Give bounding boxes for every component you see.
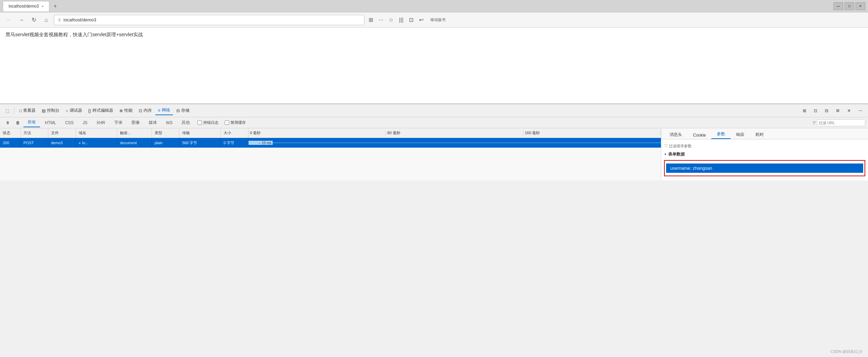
split-icon[interactable]: ⊡ [408, 15, 415, 24]
disable-cache-checkbox[interactable] [225, 120, 229, 125]
filter-triangle-icon: ▽ [664, 144, 668, 148]
col-header-method: 方法 [21, 128, 48, 138]
network-request-row[interactable]: 200 POST demo3 ● lo... document [0, 138, 661, 148]
console-icon: ▤ [42, 108, 46, 113]
style-icon: {} [88, 108, 91, 113]
filter-xhr-btn[interactable]: XHR [92, 119, 109, 127]
url-bar[interactable]: ① localhost/demo3 [54, 15, 364, 25]
responsive-btn[interactable]: ⊞ [800, 107, 809, 115]
triangle-icon: ▼ [664, 153, 667, 156]
browser-window: localhost/demo3 × + — □ × ← → ↻ ⌂ ① loca… [0, 0, 868, 180]
filter-css-btn[interactable]: CSS [61, 119, 78, 127]
memory-btn[interactable]: ⊡ 内存 [136, 106, 155, 115]
rp-tab-timing[interactable]: 耗时 [750, 130, 769, 139]
col-header-domain: 域名 [76, 128, 117, 138]
network-left-panel: 状态 方法 文件 域名 触发... 类型 [0, 128, 661, 180]
back2-icon[interactable]: ↩ [418, 15, 425, 24]
time-col-0: 0 毫秒 [248, 130, 386, 136]
split-pane-btn[interactable]: ⊡ [811, 107, 820, 115]
storage-btn[interactable]: ⊟ 存储 [174, 106, 192, 115]
filter-params-label: 过滤请求参数 [669, 144, 692, 148]
persist-log-checkbox[interactable] [197, 120, 202, 125]
rp-tab-params[interactable]: 参数 [711, 130, 731, 139]
forward-btn[interactable]: → [17, 15, 26, 25]
tab-title: localhost/demo3 [9, 4, 39, 9]
network-right-panel: 消息头 Cookie 参数 响应 耗时 ▽ 过滤请求参数 ▼ 表单数据 [661, 128, 868, 180]
form-data-value-row[interactable]: username: zhangsan [666, 163, 863, 173]
filter-ws-btn[interactable]: WS [162, 119, 177, 127]
debugger-btn[interactable]: ○ 调试器 [63, 106, 85, 115]
window-controls: — □ × [833, 2, 865, 10]
debugger-icon: ○ [66, 108, 68, 113]
active-tab[interactable]: localhost/demo3 × [3, 1, 49, 11]
settings-btn[interactable]: ⚙ [833, 107, 842, 115]
right-panel-tabs: 消息头 Cookie 参数 响应 耗时 [661, 128, 868, 139]
filter-html-btn[interactable]: HTML [41, 119, 60, 127]
address-bar: ← → ↻ ⌂ ① localhost/demo3 ⊞ ··· ☆ ||| ⊡ … [0, 12, 868, 28]
time-col-160: 160 毫秒 [524, 130, 661, 136]
close-devtools-btn[interactable]: ✕ [845, 107, 854, 115]
pause-recording-btn[interactable]: ⏸ [3, 119, 12, 127]
filter-other-btn[interactable]: 其他 [177, 118, 194, 127]
storage-icon: ⊟ [176, 108, 180, 113]
disable-cache-checkbox-label[interactable]: 禁用缓存 [222, 120, 248, 125]
maximize-btn[interactable]: □ [845, 2, 854, 10]
row-size: 0 字节 [221, 138, 248, 148]
devtools-inspect-btn[interactable]: ⬚ [3, 107, 12, 115]
sidebar-icon[interactable]: ||| [398, 16, 404, 24]
minimize-btn[interactable]: — [833, 2, 843, 10]
col-header-trigger: 触发... [117, 128, 152, 138]
perf-icon: ⊕ [119, 108, 123, 113]
memory-icon: ⊡ [139, 108, 142, 113]
console-btn[interactable]: ▤ 控制台 [39, 106, 62, 115]
section-title-text: 表单数据 [668, 151, 685, 157]
col-header-transfer: 传输 [179, 128, 221, 138]
col-header-file: 文件 [48, 128, 76, 138]
refresh-btn[interactable]: ↻ [29, 15, 39, 25]
menu-icon[interactable]: ··· [377, 16, 384, 24]
page-content: 黑马servlet视频全套视频教程，快速入门servlet原理+servlet实… [0, 28, 868, 103]
filter-js-btn[interactable]: JS [78, 119, 91, 127]
new-tab-btn[interactable]: + [49, 1, 61, 11]
filter-media-btn[interactable]: 媒体 [145, 118, 161, 127]
persist-log-checkbox-label[interactable]: 持续日志 [195, 120, 221, 125]
back-btn[interactable]: ← [4, 15, 14, 25]
right-panel-content: ▽ 过滤请求参数 ▼ 表单数据 username: zhangsan [661, 139, 868, 180]
timing-bar: → 15 ms [248, 141, 273, 145]
screenshot-icon[interactable]: ⊞ [367, 15, 374, 24]
filter-image-btn[interactable]: 图像 [127, 118, 144, 127]
rp-tab-headers[interactable]: 消息头 [664, 130, 687, 139]
filter-icon: ▽ [813, 120, 816, 125]
filter-font-btn[interactable]: 字体 [110, 118, 127, 127]
col-header-type: 类型 [152, 128, 179, 138]
row-type: plain [152, 138, 179, 148]
console-label: 控制台 [47, 108, 59, 113]
more-btn[interactable]: ⋯ [856, 107, 865, 115]
row-domain: ● lo... [76, 138, 117, 148]
devtools-right-controls: ⊞ ⊡ ⊟ ⚙ ✕ ⋯ [800, 107, 865, 115]
url-text: localhost/demo3 [64, 17, 96, 22]
url-icons: ⊞ ··· ☆ ||| ⊡ ↩ [367, 15, 425, 24]
mobile-label: 移动版书 [430, 17, 446, 22]
style-label: 样式编辑器 [92, 108, 113, 113]
clear-btn[interactable]: 🗑 [13, 119, 23, 127]
network-btn[interactable]: ≡ 网络 [155, 106, 173, 115]
filter-url-input[interactable] [817, 119, 865, 126]
filter-params-row: ▽ 过滤请求参数 [664, 142, 865, 150]
col-header-size: 大小 [221, 128, 248, 138]
filter-url-area: ▽ [813, 119, 865, 126]
col-header-status: 状态 [0, 128, 21, 138]
style-editor-btn[interactable]: {} 样式编辑器 [86, 106, 116, 115]
home-btn[interactable]: ⌂ [41, 15, 51, 25]
undock-btn[interactable]: ⊟ [822, 107, 831, 115]
rp-tab-response[interactable]: 响应 [731, 130, 750, 139]
tab-close-btn[interactable]: × [41, 4, 43, 8]
viewer-label: 查看器 [23, 108, 36, 113]
filter-all-btn[interactable]: 所有 [23, 118, 40, 127]
bookmark-icon[interactable]: ☆ [387, 15, 395, 24]
viewer-btn[interactable]: □ 查看器 [17, 106, 38, 115]
row-file: demo3 [48, 138, 76, 148]
rp-tab-cookie[interactable]: Cookie [687, 131, 711, 139]
perf-btn[interactable]: ⊕ 性能 [117, 106, 135, 115]
close-btn[interactable]: × [856, 2, 865, 10]
